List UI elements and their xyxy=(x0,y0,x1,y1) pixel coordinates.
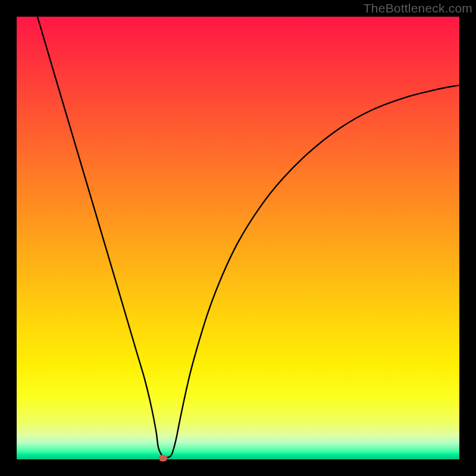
watermark-text: TheBottleneck.com xyxy=(364,1,472,15)
chart-frame: TheBottleneck.com xyxy=(0,0,476,476)
plot-area xyxy=(17,17,459,459)
minimum-marker xyxy=(159,455,167,461)
